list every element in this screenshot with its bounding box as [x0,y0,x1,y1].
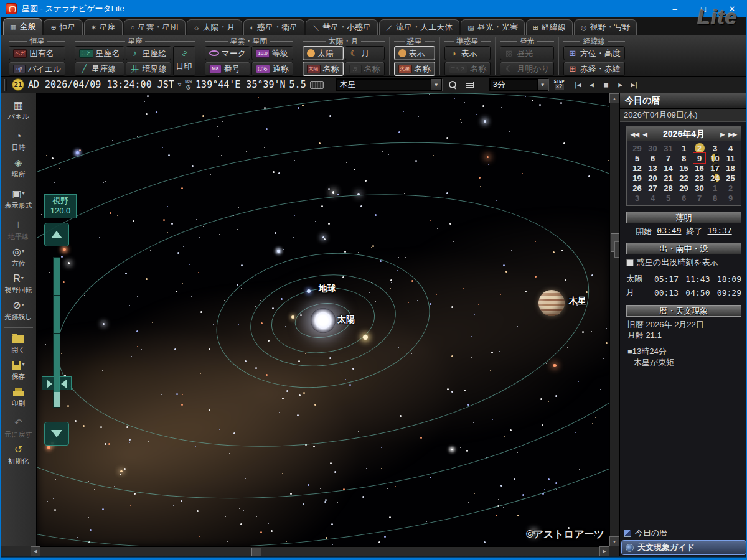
calendar-day-18[interactable]: 18 [723,163,738,173]
toolbar-button-等級[interactable]: 10.0等級 [251,46,293,60]
calendar-day-29[interactable]: 29 [629,143,645,153]
limiting-magnitude[interactable]: 5.5 [289,79,306,90]
minimize-button[interactable]: – [660,0,689,17]
now-button[interactable]: NOW ◷ [185,80,192,90]
tab-流星・人工天体[interactable]: ／流星・人工天体 [379,19,459,35]
tab-昼光・光害[interactable]: ▨昼光・光害 [461,19,524,35]
calendar-day-20[interactable]: 20 [645,173,660,183]
toolbar-button-表示[interactable]: 表示 [394,46,435,60]
sidebar-item-日時[interactable]: ◔日時 [2,128,35,155]
calendar-day-3[interactable]: 3 [707,143,723,153]
calendar-day-2[interactable]: 2 [723,183,738,193]
calendar-day-12[interactable]: 12 [629,163,645,173]
calendar-day-26[interactable]: 26 [629,183,645,193]
mercury-object[interactable] [291,315,294,319]
sky-chart-view[interactable]: 地球 太陽 木星 視野120.0 ©アストロアーツ [37,93,609,546]
calendar-day-25[interactable]: 25 [723,173,738,183]
calendar-day-28[interactable]: 28 [660,183,676,193]
time-step-combo[interactable]: 3分 ▼ [489,78,548,91]
panel-tab-天文現象ガイド[interactable]: 天文現象ガイド [621,540,746,555]
calendar-day-5[interactable]: 5 [629,153,645,163]
object-list-button[interactable] [463,78,477,91]
tab-経緯線[interactable]: ⊞経緯線 [526,19,573,35]
toolbar-button-目印[interactable]: ∿目印 [173,46,195,76]
stop-button[interactable]: ■ [599,79,613,90]
calendar-day-30[interactable]: 30 [692,183,707,193]
calendar-day-6[interactable]: 6 [645,153,660,163]
calendar-day-11[interactable]: 11 [723,153,738,163]
step-multiplier-button[interactable]: STEP ×2 [552,79,566,90]
sidebar-item-表示形式[interactable]: ▣▾表示形式 [2,186,35,213]
toolbar-button-太陽[interactable]: 太陽 [303,46,344,60]
prev-year-button[interactable]: ◀◀ [629,131,641,138]
calendar-day-16[interactable]: 16 [692,163,707,173]
tab-恒星[interactable]: ⊕恒星 [44,19,82,35]
toolbar-button-表示[interactable]: ◑表示 [444,46,491,60]
calendar-day-27[interactable]: 27 [645,183,660,193]
fov-zoom-in-button[interactable] [44,422,69,446]
toolbar-button-名称[interactable]: 火星名称 [394,62,435,76]
toolbar-button-星座線[interactable]: ╱星座線 [75,62,124,76]
calendar-day-15[interactable]: 15 [676,163,692,173]
tab-星雲・星団[interactable]: ○星雲・星団 [124,19,186,35]
twilight-start-time[interactable]: 03:49 [657,226,681,237]
calendar-day-22[interactable]: 22 [676,173,692,183]
calendar-day-8[interactable]: 8 [707,193,723,203]
sky-horizontal-scrollbar[interactable]: ◀ ▶ [31,546,609,556]
twilight-end-time[interactable]: 19:37 [708,226,732,237]
panel-tab-今日の暦[interactable]: 今日の暦 [620,527,747,539]
toolbar-button-赤経・赤緯[interactable]: ⊞赤経・赤緯 [563,62,625,76]
calendar-day-10[interactable]: 10 [707,153,723,163]
date-badge[interactable]: 21 [12,78,24,91]
timezone-caret-icon[interactable]: ▽ [178,82,181,88]
keypad-icon[interactable] [310,81,324,89]
sky-vertical-scrollbar[interactable]: ▲ ▼ [609,93,619,546]
jupiter-object[interactable] [538,290,565,316]
sidebar-item-視野回転[interactable]: R▾視野回転 [2,271,35,297]
calendar-day-2[interactable]: 2 [692,143,707,153]
tab-惑星・衛星[interactable]: ◐惑星・衛星 [243,19,305,35]
step-back-button[interactable]: ◀ [585,79,599,90]
sidebar-item-印刷[interactable]: 印刷 [2,384,35,411]
calendar-day-4[interactable]: 4 [723,143,738,153]
toolbar-button-名称[interactable]: 太陽名称 [303,62,344,76]
fov-slider-thumb[interactable] [42,376,72,390]
horizontal-scroll-thumb[interactable] [251,548,261,556]
calendar-day-14[interactable]: 14 [660,163,676,173]
calendar-day-9[interactable]: 9 [723,193,738,203]
calendar-day-29[interactable]: 29 [676,183,692,193]
toolbar-button-昼光[interactable]: ▨昼光 [500,46,554,60]
calendar-day-5[interactable]: 5 [660,193,676,203]
calendar-day-7[interactable]: 7 [692,193,707,203]
toolbar-button-方位・高度[interactable]: ⊞方位・高度 [563,46,625,60]
toolbar-button-番号[interactable]: M8番号 [205,62,251,76]
toolbar-grip[interactable] [4,79,7,91]
toolbar-button-マーク[interactable]: マーク [205,46,251,60]
calendar-day-7[interactable]: 7 [660,153,676,163]
skip-start-button[interactable]: |◀ [570,79,585,90]
sun-object[interactable] [311,308,336,333]
sidebar-item-元に戻す[interactable]: ↶元に戻す [2,415,35,442]
toolbar-grip[interactable] [482,79,484,91]
show-planet-times-checkbox[interactable] [626,259,634,266]
calendar-day-24[interactable]: 24 [707,173,723,183]
location-display[interactable]: 139°44'E 35°39'N [195,79,286,90]
tab-太陽・月[interactable]: ☼太陽・月 [187,19,242,35]
toolbar-button-固有名[interactable]: ベガ固有名 [9,46,65,60]
sidebar-item-場所[interactable]: ◈場所 [2,155,35,182]
tab-視野・写野[interactable]: ◎視野・写野 [574,19,637,35]
toolbar-button-バイエル[interactable]: αβバイエル [9,62,65,76]
calendar-day-6[interactable]: 6 [676,193,692,203]
sidebar-item-地平線[interactable]: ⊥地平線 [2,217,35,244]
panel-splitter-handle[interactable] [614,241,619,258]
toolbar-button-名称[interactable]: エリス名称 [444,62,491,76]
toolbar-button-名称[interactable]: 月名称 [345,62,385,76]
fov-zoom-out-button[interactable] [44,223,69,246]
calendar-day-31[interactable]: 31 [660,143,676,153]
toolbar-grip[interactable] [329,79,331,91]
calendar-day-13[interactable]: 13 [645,163,660,173]
calendar-day-1[interactable]: 1 [676,143,692,153]
next-month-button[interactable]: ▶ [719,131,726,138]
tab-全般[interactable]: ▦全般 [3,18,42,35]
calendar-day-9[interactable]: 9 [692,153,707,163]
